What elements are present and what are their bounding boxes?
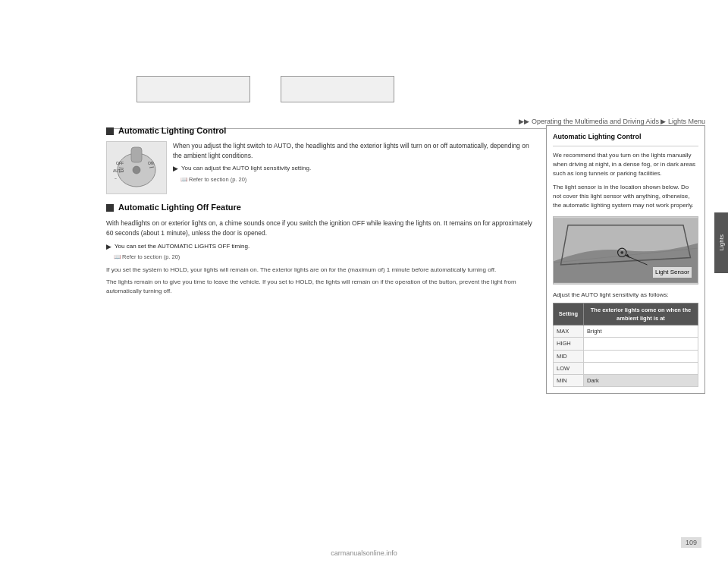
left-column: Automatic Lighting Control OFF AUTO ~ ON (106, 125, 538, 517)
nav-box-2[interactable] (281, 76, 394, 102)
side-tab: Lights (714, 212, 728, 273)
main-content: Automatic Lighting Control OFF AUTO ~ ON (106, 125, 705, 517)
section2-title: Automatic Lighting Off Feature (118, 202, 241, 213)
sub-bullet-2: 📖 Refer to section (p. 20) (114, 253, 538, 262)
watermark: carmanualsonline.info (0, 549, 728, 557)
side-tab-label: Lights (718, 234, 725, 250)
info-box: Automatic Lighting Control We recommend … (546, 125, 705, 394)
dial-image: OFF AUTO ~ ON (106, 141, 167, 194)
svg-text:ON: ON (148, 161, 154, 165)
table-brightness-3 (584, 362, 698, 374)
info-box-title: Automatic Lighting Control (553, 132, 698, 146)
table-setting-4: MIN (554, 375, 584, 387)
section2-header: Automatic Lighting Off Feature (106, 202, 538, 213)
sub-bullet-1: 📖 Refer to section (p. 20) (180, 175, 538, 184)
svg-rect-1 (131, 147, 142, 162)
sensitivity-section: Adjust the AUTO light sensitivity as fol… (553, 291, 698, 388)
top-nav (136, 76, 394, 102)
table-setting-3: LOW (554, 362, 584, 374)
bullet-text-2: You can set the AUTOMATIC LIGHTS OFF tim… (115, 242, 249, 252)
section2-container: Automatic Lighting Off Feature With head… (106, 202, 538, 296)
bullet-text-1: You can adjust the AUTO light sensitivit… (181, 164, 311, 175)
bullet-arrow-1: ▶ (173, 164, 178, 175)
section1-title: Automatic Lighting Control (118, 125, 226, 137)
sensitivity-title: Adjust the AUTO light sensitivity as fol… (553, 291, 698, 300)
bullet-item-2: ▶ You can set the AUTOMATIC LIGHTS OFF t… (106, 242, 538, 252)
sensor-image: Light Sensor (553, 216, 698, 285)
section2-body3: The lights remain on to give you time to… (106, 278, 538, 296)
page-number: 109 (681, 537, 701, 548)
section1-header: Automatic Lighting Control (106, 125, 538, 137)
sub-ref-2: 📖 Refer to section (p. 20) (114, 253, 180, 262)
sensor-label: Light Sensor (653, 267, 692, 278)
sensitivity-table: Setting The exterior lights come on when… (553, 303, 698, 388)
bullet-item-1: ▶ You can adjust the AUTO light sensitiv… (173, 164, 538, 175)
control-image-area: OFF AUTO ~ ON When you adjust the light … (106, 141, 538, 194)
control-text: When you adjust the light switch to AUTO… (173, 141, 538, 194)
svg-point-9 (133, 166, 140, 174)
section2-icon (106, 204, 114, 212)
table-col2-header: The exterior lights come on when the amb… (584, 303, 698, 326)
bullet-arrow-2: ▶ (106, 242, 111, 252)
table-brightness-4: Dark (584, 375, 698, 387)
table-brightness-2 (584, 350, 698, 362)
info-para2: The light sensor is in the location show… (553, 183, 698, 210)
page-container: ▶▶ Operating the Multimedia and Driving … (0, 0, 728, 563)
section2-body1: With headlights on or exterior lights on… (106, 219, 538, 238)
info-para1: We recommend that you turn on the lights… (553, 151, 698, 178)
section1-icon (106, 127, 114, 135)
svg-text:~: ~ (115, 176, 117, 181)
right-column: Automatic Lighting Control We recommend … (546, 125, 705, 517)
table-brightness-1 (584, 338, 698, 350)
nav-box-1[interactable] (136, 76, 250, 102)
sub-ref-1: 📖 Refer to section (p. 20) (180, 175, 246, 184)
dial-svg: OFF AUTO ~ ON (108, 143, 165, 193)
table-setting-2: MID (554, 350, 584, 362)
table-setting-0: MAX (554, 326, 584, 338)
table-brightness-0: Bright (584, 326, 698, 338)
table-col1-header: Setting (554, 303, 584, 326)
section2-body2: If you set the system to HOLD, your ligh… (106, 266, 538, 275)
table-setting-1: HIGH (554, 338, 584, 350)
svg-point-13 (620, 250, 623, 253)
svg-text:AUTO: AUTO (113, 168, 124, 173)
section1-desc1: When you adjust the light switch to AUTO… (173, 142, 529, 159)
breadcrumb: ▶▶ Operating the Multimedia and Driving … (106, 118, 705, 125)
svg-text:OFF: OFF (116, 161, 124, 165)
